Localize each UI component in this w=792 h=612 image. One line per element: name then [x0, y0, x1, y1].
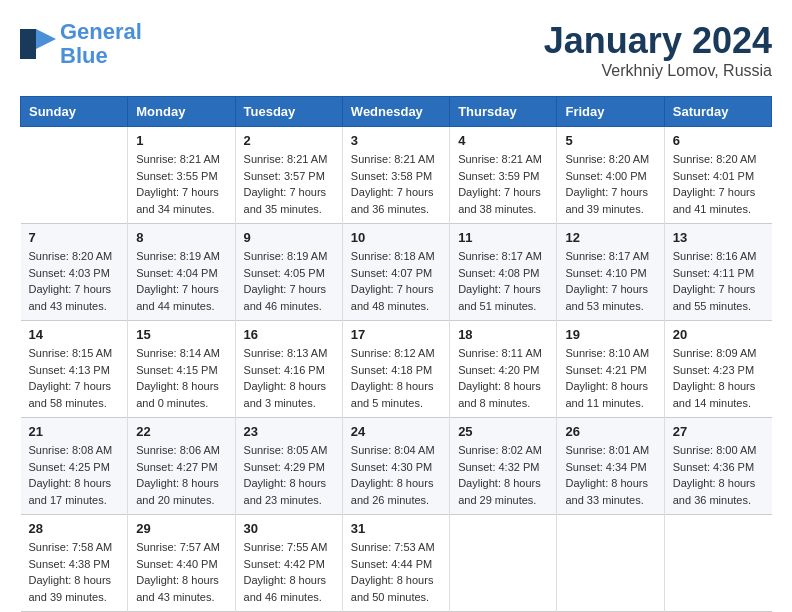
sunset-text: Sunset: 4:15 PM — [136, 362, 226, 379]
daylight-text: Daylight: 7 hours and 43 minutes. — [29, 281, 120, 314]
sunset-text: Sunset: 4:29 PM — [244, 459, 334, 476]
calendar-cell: 30Sunrise: 7:55 AMSunset: 4:42 PMDayligh… — [235, 515, 342, 612]
sunrise-text: Sunrise: 8:02 AM — [458, 442, 548, 459]
sunset-text: Sunset: 4:38 PM — [29, 556, 120, 573]
header-tuesday: Tuesday — [235, 97, 342, 127]
header-friday: Friday — [557, 97, 664, 127]
calendar-cell: 19Sunrise: 8:10 AMSunset: 4:21 PMDayligh… — [557, 321, 664, 418]
day-number: 10 — [351, 230, 441, 245]
sunrise-text: Sunrise: 8:12 AM — [351, 345, 441, 362]
calendar-cell: 22Sunrise: 8:06 AMSunset: 4:27 PMDayligh… — [128, 418, 235, 515]
sunset-text: Sunset: 3:55 PM — [136, 168, 226, 185]
day-number: 28 — [29, 521, 120, 536]
daylight-text: Daylight: 8 hours and 23 minutes. — [244, 475, 334, 508]
sunset-text: Sunset: 4:10 PM — [565, 265, 655, 282]
day-number: 2 — [244, 133, 334, 148]
logo-line2: Blue — [60, 43, 108, 68]
sunrise-text: Sunrise: 8:10 AM — [565, 345, 655, 362]
svg-rect-0 — [20, 29, 36, 59]
daylight-text: Daylight: 7 hours and 58 minutes. — [29, 378, 120, 411]
calendar-cell: 11Sunrise: 8:17 AMSunset: 4:08 PMDayligh… — [450, 224, 557, 321]
sunrise-text: Sunrise: 8:21 AM — [136, 151, 226, 168]
day-number: 23 — [244, 424, 334, 439]
logo-line1: General — [60, 19, 142, 44]
calendar-cell: 18Sunrise: 8:11 AMSunset: 4:20 PMDayligh… — [450, 321, 557, 418]
calendar-cell: 16Sunrise: 8:13 AMSunset: 4:16 PMDayligh… — [235, 321, 342, 418]
calendar-cell: 8Sunrise: 8:19 AMSunset: 4:04 PMDaylight… — [128, 224, 235, 321]
day-number: 18 — [458, 327, 548, 342]
daylight-text: Daylight: 8 hours and 36 minutes. — [673, 475, 764, 508]
calendar-cell — [450, 515, 557, 612]
sunrise-text: Sunrise: 8:20 AM — [29, 248, 120, 265]
sunset-text: Sunset: 3:59 PM — [458, 168, 548, 185]
daylight-text: Daylight: 8 hours and 14 minutes. — [673, 378, 764, 411]
sunrise-text: Sunrise: 7:57 AM — [136, 539, 226, 556]
daylight-text: Daylight: 8 hours and 17 minutes. — [29, 475, 120, 508]
calendar-cell: 10Sunrise: 8:18 AMSunset: 4:07 PMDayligh… — [342, 224, 449, 321]
sunset-text: Sunset: 4:36 PM — [673, 459, 764, 476]
calendar-cell: 27Sunrise: 8:00 AMSunset: 4:36 PMDayligh… — [664, 418, 771, 515]
daylight-text: Daylight: 8 hours and 11 minutes. — [565, 378, 655, 411]
calendar-cell: 1Sunrise: 8:21 AMSunset: 3:55 PMDaylight… — [128, 127, 235, 224]
calendar-cell — [21, 127, 128, 224]
calendar-cell: 4Sunrise: 8:21 AMSunset: 3:59 PMDaylight… — [450, 127, 557, 224]
sunrise-text: Sunrise: 8:01 AM — [565, 442, 655, 459]
daylight-text: Daylight: 7 hours and 53 minutes. — [565, 281, 655, 314]
sunrise-text: Sunrise: 8:17 AM — [565, 248, 655, 265]
daylight-text: Daylight: 8 hours and 20 minutes. — [136, 475, 226, 508]
header-monday: Monday — [128, 97, 235, 127]
calendar-week-row: 28Sunrise: 7:58 AMSunset: 4:38 PMDayligh… — [21, 515, 772, 612]
sunset-text: Sunset: 4:00 PM — [565, 168, 655, 185]
calendar-cell: 2Sunrise: 8:21 AMSunset: 3:57 PMDaylight… — [235, 127, 342, 224]
calendar-cell: 3Sunrise: 8:21 AMSunset: 3:58 PMDaylight… — [342, 127, 449, 224]
daylight-text: Daylight: 8 hours and 39 minutes. — [29, 572, 120, 605]
sunrise-text: Sunrise: 8:09 AM — [673, 345, 764, 362]
day-number: 30 — [244, 521, 334, 536]
day-number: 19 — [565, 327, 655, 342]
logo-text: General Blue — [60, 20, 142, 68]
daylight-text: Daylight: 7 hours and 51 minutes. — [458, 281, 548, 314]
sunrise-text: Sunrise: 7:53 AM — [351, 539, 441, 556]
calendar-week-row: 14Sunrise: 8:15 AMSunset: 4:13 PMDayligh… — [21, 321, 772, 418]
location-title: Verkhniy Lomov, Russia — [544, 62, 772, 80]
calendar-table: Sunday Monday Tuesday Wednesday Thursday… — [20, 96, 772, 612]
sunset-text: Sunset: 4:04 PM — [136, 265, 226, 282]
sunrise-text: Sunrise: 8:14 AM — [136, 345, 226, 362]
day-number: 16 — [244, 327, 334, 342]
daylight-text: Daylight: 7 hours and 34 minutes. — [136, 184, 226, 217]
title-block: January 2024 Verkhniy Lomov, Russia — [544, 20, 772, 80]
sunset-text: Sunset: 4:34 PM — [565, 459, 655, 476]
sunset-text: Sunset: 4:11 PM — [673, 265, 764, 282]
calendar-cell: 31Sunrise: 7:53 AMSunset: 4:44 PMDayligh… — [342, 515, 449, 612]
sunrise-text: Sunrise: 8:18 AM — [351, 248, 441, 265]
day-number: 31 — [351, 521, 441, 536]
day-number: 14 — [29, 327, 120, 342]
sunrise-text: Sunrise: 8:00 AM — [673, 442, 764, 459]
sunset-text: Sunset: 4:03 PM — [29, 265, 120, 282]
header-saturday: Saturday — [664, 97, 771, 127]
sunset-text: Sunset: 4:25 PM — [29, 459, 120, 476]
sunset-text: Sunset: 4:32 PM — [458, 459, 548, 476]
daylight-text: Daylight: 8 hours and 5 minutes. — [351, 378, 441, 411]
calendar-cell: 25Sunrise: 8:02 AMSunset: 4:32 PMDayligh… — [450, 418, 557, 515]
calendar-cell: 29Sunrise: 7:57 AMSunset: 4:40 PMDayligh… — [128, 515, 235, 612]
sunset-text: Sunset: 4:40 PM — [136, 556, 226, 573]
day-number: 6 — [673, 133, 764, 148]
sunrise-text: Sunrise: 8:21 AM — [244, 151, 334, 168]
sunset-text: Sunset: 4:42 PM — [244, 556, 334, 573]
daylight-text: Daylight: 8 hours and 43 minutes. — [136, 572, 226, 605]
daylight-text: Daylight: 8 hours and 29 minutes. — [458, 475, 548, 508]
logo-icon — [20, 29, 56, 59]
day-number: 12 — [565, 230, 655, 245]
calendar-cell: 5Sunrise: 8:20 AMSunset: 4:00 PMDaylight… — [557, 127, 664, 224]
day-number: 21 — [29, 424, 120, 439]
daylight-text: Daylight: 7 hours and 38 minutes. — [458, 184, 548, 217]
day-number: 13 — [673, 230, 764, 245]
calendar-header-row: Sunday Monday Tuesday Wednesday Thursday… — [21, 97, 772, 127]
sunset-text: Sunset: 4:05 PM — [244, 265, 334, 282]
day-number: 29 — [136, 521, 226, 536]
logo: General Blue — [20, 20, 142, 68]
header-wednesday: Wednesday — [342, 97, 449, 127]
day-number: 27 — [673, 424, 764, 439]
calendar-cell: 17Sunrise: 8:12 AMSunset: 4:18 PMDayligh… — [342, 321, 449, 418]
